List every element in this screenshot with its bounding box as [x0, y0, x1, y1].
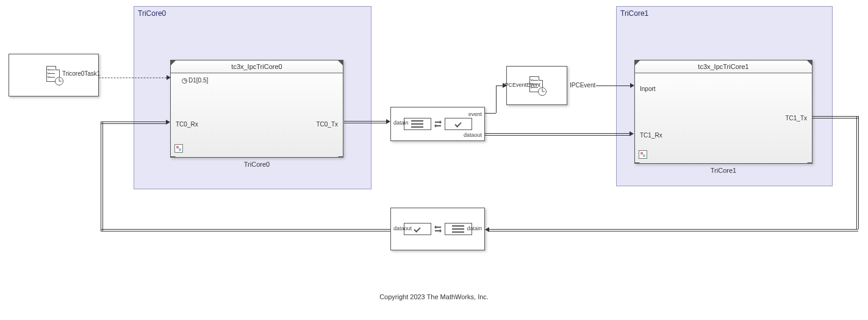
ipc-top-port-dataout: dataout [464, 132, 482, 138]
ipcevent-left-label: IPCEventEvent [503, 82, 540, 88]
arrow-head-icon [503, 83, 507, 88]
arrow-head-icon [167, 75, 171, 80]
signal-line [485, 133, 629, 134]
signal-line [344, 121, 387, 122]
ipc-bottom-port-datain: datain [467, 225, 482, 231]
arrow-head-icon [629, 131, 634, 136]
core1-port-rx: TC1_Rx [640, 132, 662, 139]
ipc-top-port-event: event [468, 111, 482, 117]
signal-line [596, 85, 631, 86]
region-tricore0-label: TriCore0 [138, 9, 166, 18]
signal-line [101, 122, 101, 231]
core1-port-inport: Inport [640, 85, 656, 92]
signal-line [489, 229, 858, 230]
ipc-top-port-datain: datain [393, 120, 409, 126]
ipc-bottom-port-dataout: dataout [393, 225, 412, 231]
task-scheduler-icon [45, 66, 62, 84]
core0-port-tx: TC0_Tx [316, 121, 338, 128]
core1-name-below: TriCore1 [635, 167, 812, 174]
ipcevent-out-label: IPCEvent [570, 82, 595, 89]
signal-line [485, 113, 496, 114]
signal-line [101, 229, 390, 230]
arrow-head-icon [166, 120, 170, 125]
core1-title: tc3x_IpcTriCore1 [635, 60, 812, 73]
signal-line [856, 116, 857, 229]
core1-port-tx: TC1_Tx [785, 115, 807, 122]
copyright-text: Copyright 2023 The MathWorks, Inc. [0, 293, 868, 300]
arrow-head-icon [485, 227, 489, 232]
region-tricore1-label: TriCore1 [620, 9, 648, 18]
core0-port-rx: TC0_Rx [176, 121, 198, 128]
model-ref-icon [639, 150, 647, 159]
signal-line [496, 85, 497, 113]
block-tricore0-modelref[interactable]: tc3x_IpcTriCore0 D1[0.5] TC0_Rx TC0_Tx T… [170, 60, 343, 158]
core0-port-d1: D1[0.5] [182, 77, 208, 84]
arrow-head-icon [630, 83, 634, 88]
core0-title: tc3x_IpcTriCore0 [171, 60, 343, 73]
block-ipc-top[interactable]: datain event dataout [390, 107, 485, 141]
core0-name-below: TriCore0 [171, 161, 343, 168]
signal-line [101, 122, 167, 122]
signal-line [99, 78, 167, 78]
block-tricore1-modelref[interactable]: tc3x_IpcTriCore1 Inport TC1_Rx TC1_Tx Tr… [634, 60, 812, 164]
diagram-canvas[interactable]: TriCore0 TriCore1 Tricore0Task1 tc3x_Ipc… [0, 0, 868, 320]
task0-output-label: Tricore0Task1 [62, 70, 100, 77]
signal-line [812, 116, 858, 117]
block-ipc-bottom[interactable]: dataout datain [390, 208, 485, 250]
model-ref-icon [174, 144, 183, 153]
arrow-head-icon [386, 119, 390, 124]
